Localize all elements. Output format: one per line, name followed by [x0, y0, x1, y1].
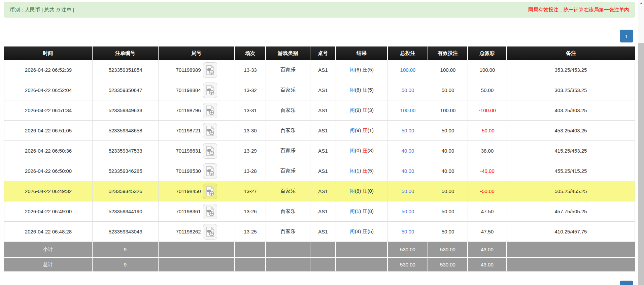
video-file-icon	[206, 186, 214, 196]
result-banker-score: (1)	[368, 127, 374, 133]
cell-payout: 47.50	[468, 201, 507, 222]
cell-valid-bet: 50.00	[428, 222, 468, 242]
result-player-label: 闲	[350, 107, 355, 113]
col-header-remark: 备注	[507, 46, 635, 60]
cell-bet-id: 523359350647	[93, 80, 159, 100]
cell-time: 2026-04-22 06:51:05	[4, 121, 93, 141]
cell-remark: 403.25/303.25	[507, 100, 635, 121]
cell-valid-bet: 100.00	[428, 100, 468, 121]
cell-total-bet-link[interactable]: 50.00	[388, 201, 428, 222]
video-replay-button[interactable]	[203, 62, 217, 78]
video-replay-button[interactable]	[203, 163, 217, 179]
vertical-scrollbar[interactable]: ▲	[638, 0, 644, 285]
cell-remark: 410.25/457.75	[507, 222, 635, 242]
result-banker-label: 庄	[363, 67, 368, 72]
header-row: 时间 注单编号 局号 场次 游戏类别 桌号 结果 总投注 有效投注 总派彩 备注	[4, 46, 635, 60]
cell-payout: 100.00	[468, 60, 507, 80]
currency-summary-bar: 币别：人民币 | 总共 :9 注单 | 同局有效投注，统一计算在该局第一张注单内	[4, 2, 635, 18]
cell-table-no: AS1	[310, 181, 336, 201]
cell-result: 闲(0) 庄(8)	[336, 141, 388, 161]
scrollbar-thumb[interactable]	[638, 43, 644, 285]
video-replay-button[interactable]	[203, 224, 217, 240]
total-empty-session	[235, 257, 266, 272]
video-replay-button[interactable]	[203, 204, 217, 219]
scroll-up-arrow-icon[interactable]: ▲	[638, 0, 644, 6]
cell-valid-bet: 50.00	[428, 121, 468, 141]
pagination-page-1-bottom[interactable]: 1	[620, 281, 633, 285]
cell-bet-id: 523359348658	[93, 121, 159, 141]
total-row: 总计 9 530.00 530.00 43.00	[4, 257, 635, 272]
cell-session: 13-25	[235, 222, 266, 242]
video-file-icon	[206, 207, 214, 217]
subtotal-empty-table	[310, 242, 336, 257]
result-banker-score: (5)	[368, 67, 374, 72]
cell-session: 13-31	[235, 100, 266, 121]
round-id-text: 701198450	[176, 188, 201, 194]
video-replay-button[interactable]	[203, 103, 217, 118]
cell-payout: -40.00	[468, 161, 507, 181]
cell-table-no: AS1	[310, 161, 336, 181]
subtotal-label: 小计	[4, 242, 93, 257]
total-empty-table	[310, 257, 336, 272]
video-replay-button[interactable]	[203, 184, 217, 199]
result-player-score: (4)	[355, 228, 361, 234]
result-player-label: 闲	[350, 87, 355, 93]
cell-time: 2026-04-22 06:51:34	[4, 100, 93, 121]
subtotal-empty-session	[235, 242, 266, 257]
cell-session: 13-33	[235, 60, 266, 80]
cell-valid-bet: 50.00	[428, 80, 468, 100]
cell-bet-id: 523359346285	[93, 161, 159, 181]
cell-total-bet-link[interactable]: 40.00	[388, 141, 428, 161]
col-header-total-bet: 总投注	[388, 46, 428, 60]
cell-total-bet-link[interactable]: 40.00	[388, 161, 428, 181]
result-player-score: (8)	[355, 188, 361, 194]
video-replay-button[interactable]	[203, 83, 217, 98]
total-empty-remark	[507, 257, 635, 272]
result-player-score: (9)	[355, 107, 361, 113]
cell-bet-id: 523359349633	[93, 100, 159, 121]
cell-round-id: 701198530	[159, 161, 235, 181]
video-replay-button[interactable]	[203, 123, 217, 138]
cell-session: 13-26	[235, 201, 266, 222]
cell-remark: 455.25/415.25	[507, 161, 635, 181]
round-id-text: 701198631	[176, 148, 201, 154]
cell-time: 2026-04-22 06:52:04	[4, 80, 93, 100]
cell-valid-bet: 40.00	[428, 141, 468, 161]
cell-total-bet-link[interactable]: 50.00	[388, 121, 428, 141]
round-id-text: 701198361	[176, 209, 201, 214]
cell-total-bet-link[interactable]: 100.00	[388, 60, 428, 80]
cell-remark: 415.25/453.25	[507, 141, 635, 161]
total-empty-game	[266, 257, 310, 272]
cell-time: 2026-04-22 06:48:28	[4, 222, 93, 242]
video-replay-button[interactable]	[203, 143, 217, 159]
table-row: 2026-04-22 06:48:28 523359343043 7011982…	[4, 222, 635, 242]
cell-table-no: AS1	[310, 201, 336, 222]
cell-valid-bet: 100.00	[428, 60, 468, 80]
total-total-bet: 530.00	[388, 257, 428, 272]
result-player-score: (9)	[355, 127, 361, 133]
pagination-page-1-top[interactable]: 1	[620, 30, 633, 42]
cell-total-bet-link[interactable]: 50.00	[388, 80, 428, 100]
result-banker-label: 庄	[363, 228, 368, 234]
result-banker-label: 庄	[363, 107, 368, 113]
result-player-score: (6)	[355, 87, 361, 93]
table-body: 2026-04-22 06:52:39 523359351854 7011989…	[4, 60, 635, 242]
result-banker-score: (8)	[368, 208, 374, 214]
result-banker-score: (5)	[368, 228, 374, 234]
subtotal-empty-remark	[507, 242, 635, 257]
video-file-icon	[206, 146, 214, 156]
video-file-icon	[206, 85, 214, 95]
cell-total-bet-link[interactable]: 100.00	[388, 100, 428, 121]
col-header-game-type: 游戏类别	[266, 46, 310, 60]
cell-total-bet-link[interactable]: 50.00	[388, 222, 428, 242]
cell-game-type: 百家乐	[266, 100, 310, 121]
round-id-text: 701198989	[176, 67, 201, 73]
result-banker-label: 庄	[363, 208, 368, 214]
cell-total-bet-link[interactable]: 50.00	[388, 181, 428, 201]
col-header-result: 结果	[336, 46, 388, 60]
result-player-label: 闲	[350, 168, 355, 173]
round-id-text: 701198721	[176, 128, 201, 133]
cell-valid-bet: 50.00	[428, 201, 468, 222]
subtotal-empty-result	[336, 242, 388, 257]
cell-round-id: 701198262	[159, 222, 235, 242]
